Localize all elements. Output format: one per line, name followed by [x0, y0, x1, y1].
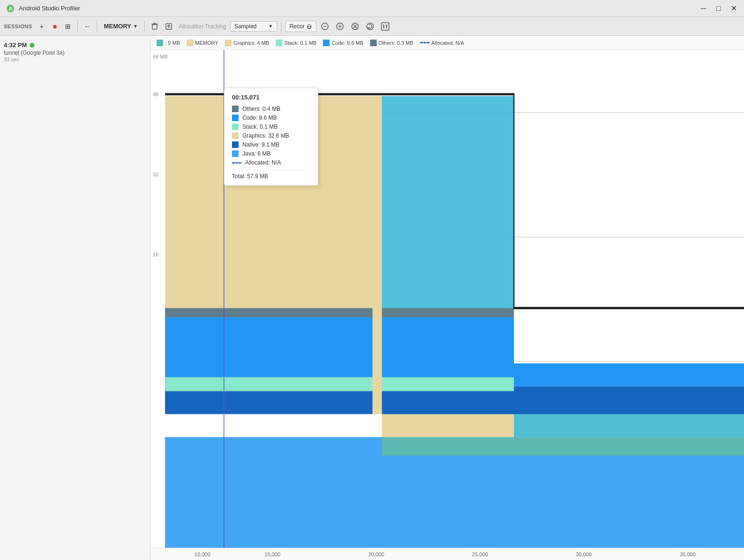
svg-rect-34	[382, 377, 514, 391]
x-tick-25000: 25,000	[472, 552, 488, 557]
code-tooltip-swatch	[232, 115, 239, 121]
legend-stack: Stack: 0.1 MB	[276, 40, 316, 46]
graphics-swatch	[225, 40, 231, 46]
tooltip-row-stack: Stack: 0.1 MB	[232, 124, 310, 130]
x-tick-10000: 10,000	[195, 552, 211, 557]
stack-swatch	[276, 40, 282, 46]
chart-area[interactable]: 64 MB 48 32 16	[151, 50, 744, 560]
legend-memory: MEMORY	[187, 40, 218, 46]
export-icon	[165, 23, 173, 30]
allocated-tooltip-icon	[232, 162, 241, 164]
svg-rect-31	[382, 391, 514, 414]
zoom-in-button[interactable]	[333, 20, 347, 33]
svg-rect-35	[165, 317, 372, 377]
svg-marker-26	[382, 414, 514, 437]
stack-tooltip-label: Stack: 0.1 MB	[242, 124, 278, 130]
legend-java-label: : 9 MB	[165, 40, 180, 46]
main-area: 4:32 PM tunnel (Google Pixel 3a) 33 sec …	[0, 36, 744, 560]
session-device: tunnel (Google Pixel 3a)	[4, 49, 147, 56]
svg-rect-39	[382, 308, 514, 318]
sessions-label: SESSIONS	[4, 24, 32, 29]
add-session-button[interactable]: +	[36, 21, 47, 32]
x-axis: 10,000 15,000 20,000 25,000 30,000 35,00…	[151, 548, 744, 560]
zoom-out-button[interactable]	[318, 20, 331, 33]
separator-3	[144, 21, 145, 32]
native-tooltip-swatch	[232, 141, 239, 148]
stack-tooltip-swatch	[232, 124, 239, 130]
pause-button[interactable]	[379, 20, 392, 33]
legend-code: Code: 9.6 MB	[323, 40, 363, 46]
back-button[interactable]: ←	[82, 21, 93, 32]
others-tooltip-label: Others: 0.4 MB	[242, 106, 281, 112]
app-title: Android Studio Profiler	[19, 5, 80, 12]
scale-64mb: 64 MB	[153, 54, 168, 59]
x-tick-15000: 15,000	[265, 552, 281, 557]
record-button[interactable]: Recor ⊖	[285, 21, 316, 32]
maximize-button[interactable]: □	[714, 4, 723, 13]
others-tooltip-swatch	[232, 106, 239, 112]
trash-icon	[151, 23, 158, 30]
memory-chevron-icon: ▼	[133, 24, 138, 29]
export-button[interactable]	[163, 21, 175, 32]
record-label: Recor	[289, 23, 305, 30]
svg-rect-30	[165, 391, 372, 414]
scale-16: 16	[153, 252, 158, 257]
svg-rect-16	[381, 23, 389, 30]
native-tooltip-label: Native: 9.1 MB	[242, 141, 280, 148]
code-swatch	[323, 40, 330, 46]
status-dot	[30, 43, 34, 48]
sampled-dropdown[interactable]: Sampled ▼	[230, 21, 277, 32]
legend-graphics-label: Graphics: 4 MB	[233, 40, 269, 46]
toolbar: SESSIONS + ■ ⊞ ← MEMORY ▼ Allocation Tra…	[0, 17, 744, 36]
zoom-out-icon	[321, 22, 329, 31]
legend-code-label: Code: 9.6 MB	[331, 40, 363, 46]
legend-others: Others: 0.3 MB	[370, 40, 413, 46]
svg-rect-38	[165, 308, 372, 318]
reset-icon	[351, 22, 359, 31]
allocated-dashed-icon	[420, 42, 430, 43]
minimize-button[interactable]: ─	[699, 4, 708, 13]
chart-container: : 9 MB MEMORY Graphics: 4 MB Stack: 0.1 …	[151, 36, 744, 560]
title-bar-left: A Android Studio Profiler	[6, 4, 80, 13]
svg-rect-32	[514, 387, 744, 414]
sync-button[interactable]	[364, 20, 377, 33]
legend-stack-label: Stack: 0.1 MB	[284, 40, 316, 46]
separator-1	[77, 21, 78, 32]
tooltip: 00:15.071 Others: 0.4 MB Code: 9.6 MB St…	[224, 88, 318, 186]
layout-button[interactable]: ⊞	[62, 21, 74, 32]
x-tick-20000: 20,000	[368, 552, 384, 557]
legend-memory-label: MEMORY	[195, 40, 218, 46]
legend-bar: : 9 MB MEMORY Graphics: 4 MB Stack: 0.1 …	[151, 36, 744, 50]
svg-text:A: A	[8, 6, 12, 11]
java-swatch	[157, 40, 163, 46]
separator-2	[97, 21, 97, 32]
svg-rect-37	[514, 363, 744, 387]
stop-button[interactable]: ■	[49, 21, 60, 32]
delete-button[interactable]	[149, 21, 161, 32]
svg-point-15	[367, 23, 373, 30]
record-icon: ⊖	[306, 23, 312, 30]
session-duration: 33 sec	[4, 57, 147, 62]
others-swatch	[370, 40, 377, 46]
svg-rect-36	[382, 317, 514, 377]
session-item[interactable]: 4:32 PM tunnel (Google Pixel 3a) 33 sec	[4, 40, 147, 64]
java-tooltip-swatch	[232, 150, 239, 157]
window-controls: ─ □ ✕	[699, 4, 738, 13]
sampled-label: Sampled	[234, 23, 256, 30]
tooltip-row-java: Java: 6 MB	[232, 150, 310, 157]
alloc-tracking-label: Allocation Tracking	[179, 23, 226, 30]
memory-dropdown[interactable]: MEMORY ▼	[101, 21, 141, 31]
java-tooltip-label: Java: 6 MB	[242, 150, 271, 157]
memory-swatch	[187, 40, 193, 46]
x-tick-30000: 30,000	[576, 552, 592, 557]
graphics-tooltip-swatch	[232, 132, 239, 139]
session-time-text: 4:32 PM	[4, 41, 27, 49]
close-button[interactable]: ✕	[729, 4, 738, 13]
reset-zoom-button[interactable]	[348, 20, 362, 33]
scale-48: 48	[153, 91, 158, 97]
svg-rect-33	[165, 377, 372, 391]
tooltip-row-others: Others: 0.4 MB	[232, 106, 310, 112]
legend-allocated: Allocated: N/A	[420, 40, 464, 46]
x-tick-35000: 35,000	[680, 552, 696, 557]
graphics-tooltip-label: Graphics: 32.6 MB	[242, 132, 289, 139]
